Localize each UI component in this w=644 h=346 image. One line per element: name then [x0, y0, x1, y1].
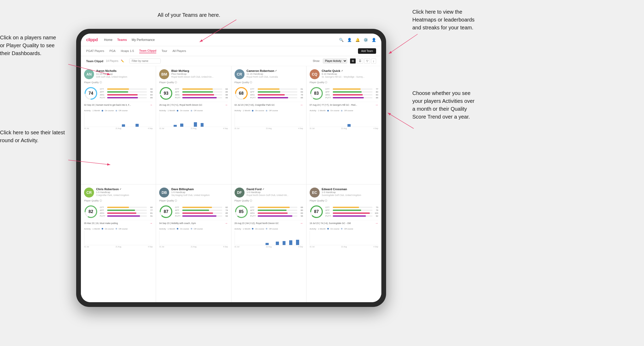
on-course-dot — [252, 228, 253, 230]
latest-round[interactable]: 19 Jul 23 | 74 (+4), Sunningdale GC - Ol… — [310, 220, 378, 225]
player-name[interactable]: Chris Robertson ✓ — [96, 188, 153, 191]
score-circle[interactable]: 93 — [159, 87, 173, 100]
score-circle[interactable]: 87 — [310, 205, 323, 219]
score-circle[interactable]: 85 — [235, 205, 248, 219]
score-circle[interactable]: 74 — [84, 87, 98, 100]
tab-pgat[interactable]: PGAT Players — [86, 49, 104, 53]
stat-value: 91 — [148, 215, 153, 217]
annotation-player-name: Click on a players nameor Player Quality… — [0, 34, 56, 57]
activity-header: Activity · 1 Month On course Off course — [235, 228, 303, 230]
chart-label: 31 Jul — [84, 246, 89, 248]
round-arrow-icon: → — [225, 221, 228, 225]
nav-my-performance[interactable]: My Performance — [132, 38, 155, 42]
player-card[interactable]: CQ Charlie Quick ✓ 6-10 Handicap St. Geo… — [307, 66, 381, 184]
activity-legend: On course Off course — [102, 109, 128, 112]
user-icon[interactable]: 👤 — [347, 38, 352, 42]
stat-row: APP 80 — [250, 209, 303, 211]
stat-bar-bg — [107, 212, 147, 214]
tab-all-players[interactable]: All Players — [173, 49, 186, 53]
team-player-count: 14 Players — [106, 60, 118, 62]
verified-icon: ✓ — [262, 188, 264, 190]
nav-right: 🔍 👤 🔔 ⚙️ 👤 — [339, 38, 376, 42]
avatar-icon[interactable]: 👤 — [372, 38, 376, 42]
filter-button[interactable]: ▽ — [364, 58, 370, 64]
stat-bar-bg — [333, 212, 372, 214]
player-card[interactable]: CR Chris Robertson ✓ 1-5 Handicap Craigm… — [81, 184, 156, 302]
tab-team-clippd[interactable]: Team Clippd — [139, 49, 156, 53]
player-name[interactable]: Blair McHarg — [171, 69, 228, 72]
filter-input[interactable] — [129, 58, 161, 63]
grid-view-button[interactable]: ⊞ — [350, 58, 356, 64]
player-card[interactable]: BM Blair McHarg Plus Handicap Royal Nort… — [156, 66, 231, 184]
player-name[interactable]: David Ford ✓ — [247, 188, 303, 191]
player-name[interactable]: Edward Crossman — [322, 188, 378, 191]
stat-bar — [258, 210, 287, 211]
score-circle[interactable]: 87 — [159, 205, 173, 219]
edit-icon[interactable]: ✏️ — [121, 60, 124, 62]
quality-section[interactable]: 68 OTT 61 APP 63 ARG 75 — [235, 87, 303, 100]
chart-label: 4 Sep — [148, 127, 153, 129]
stat-value: 83 — [373, 94, 378, 96]
latest-round[interactable]: 26 Aug 23 | 84 (+12), Royal North Devon … — [235, 220, 303, 225]
stat-row: OTT 77 — [325, 88, 378, 90]
latest-round[interactable]: 02 Jul 23 | 59 (+15), Craigmillar Park G… — [235, 102, 303, 107]
on-course-label: On course — [330, 109, 340, 112]
list-view-button[interactable]: ☰ — [357, 58, 363, 64]
player-handicap: 6-10 Handicap — [322, 73, 378, 75]
nav-home[interactable]: Home — [104, 38, 112, 42]
stat-bar — [333, 97, 364, 98]
view-controls: ⊞ ☰ ▽ ↕ — [350, 58, 376, 64]
player-card[interactable]: EC Edward Crossman 1-5 Handicap Sunningd… — [307, 184, 381, 302]
show-select[interactable]: Player Activity — [323, 58, 347, 63]
stat-bar-bg — [333, 88, 372, 90]
latest-round[interactable]: 05 Mar 23 | 19, Must make putting → — [84, 220, 153, 225]
latest-round[interactable]: 02 Sep 23 | Sunset round to get back int… — [84, 102, 153, 107]
off-course-dot — [341, 110, 342, 111]
player-avatar: EC — [310, 188, 320, 198]
tab-tour[interactable]: Tour — [162, 49, 167, 53]
latest-round-text: 02 Jul 23 | 59 (+15), Craigmillar Park G… — [235, 104, 299, 106]
player-name[interactable]: Aaron Nicholls — [96, 69, 153, 72]
score-circle[interactable]: 83 — [310, 87, 323, 100]
score-circle[interactable]: 68 — [235, 87, 248, 100]
latest-round[interactable]: 07 Aug 23 | 77 (+7), St George's Hill GC… — [310, 102, 378, 107]
player-header: CQ Charlie Quick ✓ 6-10 Handicap St. Geo… — [310, 69, 378, 79]
player-card[interactable]: DB Dave Billingham 1-5 Handicap Stq Magi… — [156, 184, 231, 302]
activity-section: Activity · 1 Month On course Off course … — [310, 228, 378, 248]
latest-round[interactable]: 26 Aug 23 | 73 (+1), Royal North Devon G… — [159, 102, 228, 107]
on-course-dot — [252, 110, 253, 111]
player-card[interactable]: CR Cameron Robertson ✓ 11-15 Handicap Ro… — [231, 66, 306, 184]
player-club: Royal North Devon Golf Club, United Kiti… — [247, 194, 303, 196]
search-icon[interactable]: 🔍 — [339, 38, 344, 42]
tab-pga[interactable]: PGA — [110, 49, 116, 53]
player-card[interactable]: DF David Ford ✓ 1-5 Handicap Royal North… — [231, 184, 306, 302]
tab-hcaps[interactable]: Hcaps 1-5 — [121, 49, 134, 53]
player-name[interactable]: Charlie Quick ✓ — [322, 69, 378, 72]
quality-section[interactable]: 83 OTT 77 APP 80 ARG 83 — [310, 87, 378, 100]
quality-section[interactable]: 82 OTT 60 APP 77 ARG 81 — [84, 205, 153, 219]
bell-icon[interactable]: 🔔 — [355, 38, 360, 42]
stat-bar — [333, 91, 362, 93]
quality-section[interactable]: 87 OTT 73 APP 79 ARG 103 — [310, 205, 378, 219]
quality-section[interactable]: 93 OTT 84 APP 85 ARG 88 — [159, 87, 228, 100]
player-card[interactable]: AN Aaron Nicholls 11-15 Handicap Drift G… — [81, 66, 156, 184]
player-info: Dave Billingham 1-5 Handicap Stq Maging … — [171, 188, 228, 196]
quality-section[interactable]: 74 OTT 60 APP 58 ARG 84 — [84, 87, 153, 100]
score-circle[interactable]: 82 — [84, 205, 98, 219]
player-name[interactable]: Cameron Robertson ✓ — [247, 69, 303, 72]
stat-bar — [258, 207, 290, 208]
chart-bar — [283, 241, 286, 245]
quality-section[interactable]: 87 OTT 82 APP 74 ARG 85 — [159, 205, 228, 219]
quality-section[interactable]: 85 OTT 89 APP 80 ARG 83 — [235, 205, 303, 219]
stat-row: PUTT 92 — [325, 215, 378, 217]
score-number: 85 — [239, 209, 244, 214]
chart-bar — [276, 242, 279, 245]
sort-button[interactable]: ↕ — [371, 58, 376, 64]
nav-teams[interactable]: Teams — [117, 38, 127, 42]
settings-icon[interactable]: ⚙️ — [363, 38, 368, 42]
nav-logo[interactable]: clippd — [86, 38, 98, 42]
player-handicap: 1-5 Handicap — [322, 191, 378, 194]
player-name[interactable]: Dave Billingham — [171, 188, 228, 191]
latest-round[interactable]: 04 Sep 23 | Mobility with coach, Gym → — [159, 220, 228, 225]
add-team-button[interactable]: Add Team — [358, 48, 376, 54]
